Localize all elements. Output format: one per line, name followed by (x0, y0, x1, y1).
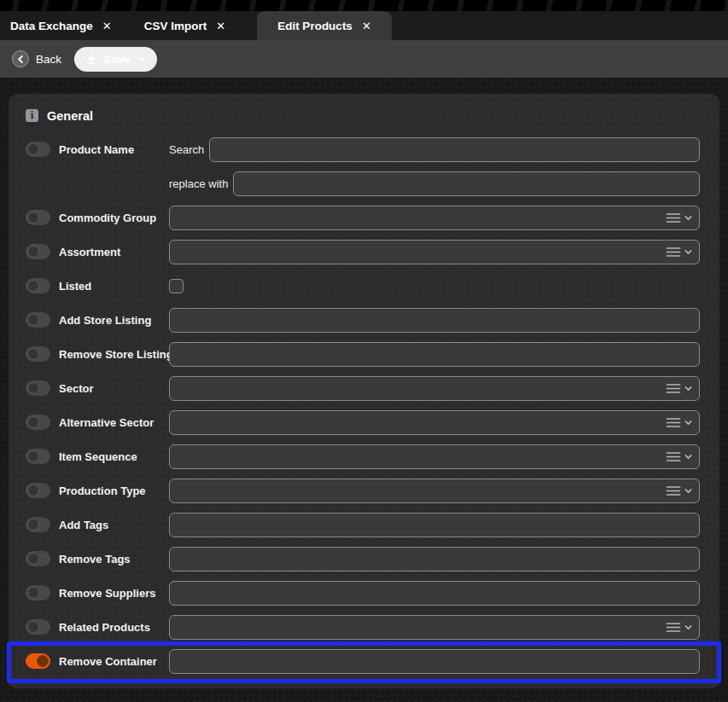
row-label-alternative-sector: Alternative Sector (59, 416, 154, 429)
row-label-remove-container: Remove Container (59, 655, 157, 668)
toggle-remove-store-listing[interactable] (26, 346, 50, 362)
field-col (169, 342, 700, 367)
row-remove-store-listing: Remove Store Listing (9, 337, 719, 371)
toggle-assortment[interactable] (26, 244, 50, 259)
field-col (169, 615, 700, 640)
main-content: i General Product NameSearchreplace with… (0, 78, 728, 702)
toggle-sector[interactable] (26, 380, 50, 396)
row-label-remove-suppliers: Remove Suppliers (59, 587, 155, 600)
row-assortment: Assortment (9, 235, 719, 269)
dropdown-sector[interactable] (169, 376, 700, 401)
toggle-product-name[interactable] (26, 142, 50, 157)
text-input-add-tags[interactable] (169, 513, 700, 537)
row-label-remove-tags: Remove Tags (59, 553, 131, 566)
tab-data-exchange[interactable]: Data Exchange✕ (0, 11, 128, 40)
dropdown-input-alternative-sector[interactable] (169, 410, 700, 435)
text-input-product-name-replace[interactable] (233, 171, 700, 196)
row-commodity-group: Commodity Group (9, 200, 719, 235)
toggle-alternative-sector[interactable] (26, 415, 50, 430)
field-col (169, 308, 700, 333)
row-label-sector: Sector (59, 382, 93, 395)
dropdown-production-type[interactable] (169, 479, 700, 503)
dropdown-input-sector[interactable] (169, 376, 700, 401)
tab-csv-import[interactable]: CSV Import✕ (128, 11, 242, 40)
row-label-listed: Listed (59, 280, 91, 293)
dropdown-input-production-type[interactable] (169, 479, 700, 503)
toggle-knob (27, 246, 39, 258)
tab-label: CSV Import (144, 20, 207, 32)
toggle-commodity-group[interactable] (26, 210, 50, 225)
toggle-add-tags[interactable] (26, 517, 50, 532)
dropdown-input-related-products[interactable] (169, 615, 700, 640)
dropdown-input-assortment[interactable] (169, 240, 700, 264)
toggle-listed[interactable] (26, 278, 50, 293)
toggle-remove-tags[interactable] (26, 551, 50, 566)
dropdown-input-commodity-group[interactable] (169, 206, 700, 230)
toggle-add-store-listing[interactable] (26, 312, 50, 328)
row-product-name-replace: replace with (9, 166, 719, 200)
toggle-item-sequence[interactable] (26, 449, 50, 464)
back-button[interactable]: Back (12, 50, 61, 67)
toggle-knob (27, 280, 39, 292)
row-listed: Listed (9, 269, 719, 303)
row-left-commodity-group: Commodity Group (26, 210, 169, 225)
row-sector: Sector (9, 371, 719, 405)
close-icon[interactable]: ✕ (362, 20, 371, 32)
row-remove-container: Remove Container (9, 644, 719, 678)
dropdown-alternative-sector[interactable] (169, 410, 700, 435)
row-related-products: Related Products (9, 610, 719, 644)
tab-edit-products[interactable]: Edit Products✕ (257, 11, 392, 40)
row-left-remove-store-listing: Remove Store Listing (26, 346, 169, 362)
row-add-store-listing: Add Store Listing (9, 303, 719, 337)
text-input-remove-tags[interactable] (169, 547, 700, 571)
info-icon: i (26, 109, 38, 122)
save-button-label: Save (103, 53, 131, 66)
field-col (169, 410, 700, 435)
row-left-add-store-listing: Add Store Listing (26, 312, 169, 328)
dropdown-related-products[interactable] (169, 615, 700, 640)
row-left-add-tags: Add Tags (26, 517, 169, 532)
text-input-remove-suppliers[interactable] (169, 581, 700, 606)
row-alternative-sector: Alternative Sector (9, 405, 719, 439)
toggle-knob (37, 655, 49, 667)
row-left-remove-tags: Remove Tags (26, 551, 169, 566)
save-button[interactable]: Save (74, 47, 157, 72)
form-rows: Product NameSearchreplace withCommodity … (9, 132, 719, 678)
panel-title: General (47, 109, 93, 123)
bottom-gap (9, 688, 719, 702)
text-input-add-store-listing[interactable] (169, 308, 700, 333)
toggle-knob (27, 416, 39, 428)
toggle-remove-container[interactable] (26, 653, 50, 669)
toggle-remove-suppliers[interactable] (26, 585, 50, 600)
row-left-item-sequence: Item Sequence (26, 449, 169, 464)
close-icon[interactable]: ✕ (216, 20, 225, 32)
panel-header: i General (9, 94, 719, 132)
text-input-product-name-search[interactable] (209, 137, 700, 162)
tab-label: Edit Products (277, 20, 352, 32)
row-label-assortment: Assortment (59, 246, 120, 258)
toggle-knob (27, 621, 39, 633)
toggle-knob (27, 553, 39, 565)
toggle-production-type[interactable] (26, 483, 50, 498)
row-left-listed: Listed (26, 278, 169, 293)
toggle-related-products[interactable] (26, 619, 50, 635)
row-left-sector: Sector (26, 380, 169, 396)
row-product-name-search: Product NameSearch (9, 132, 719, 166)
text-input-remove-store-listing[interactable] (169, 342, 700, 367)
dropdown-input-item-sequence[interactable] (169, 444, 700, 469)
arrow-left-icon (12, 50, 29, 67)
close-icon[interactable]: ✕ (102, 20, 112, 32)
text-input-remove-container[interactable] (169, 649, 700, 674)
dropdown-item-sequence[interactable] (169, 444, 700, 469)
row-label-commodity-group: Commodity Group (59, 212, 156, 224)
field-col (169, 376, 700, 401)
dropdown-assortment[interactable] (169, 240, 700, 264)
dropdown-commodity-group[interactable] (169, 206, 700, 230)
checkbox-listed[interactable] (169, 279, 183, 293)
field-col (169, 513, 700, 537)
row-left-assortment: Assortment (26, 244, 169, 259)
row-production-type: Production Type (9, 473, 719, 508)
row-label-item-sequence: Item Sequence (59, 450, 137, 463)
download-icon (85, 53, 97, 65)
row-remove-tags: Remove Tags (9, 542, 719, 576)
